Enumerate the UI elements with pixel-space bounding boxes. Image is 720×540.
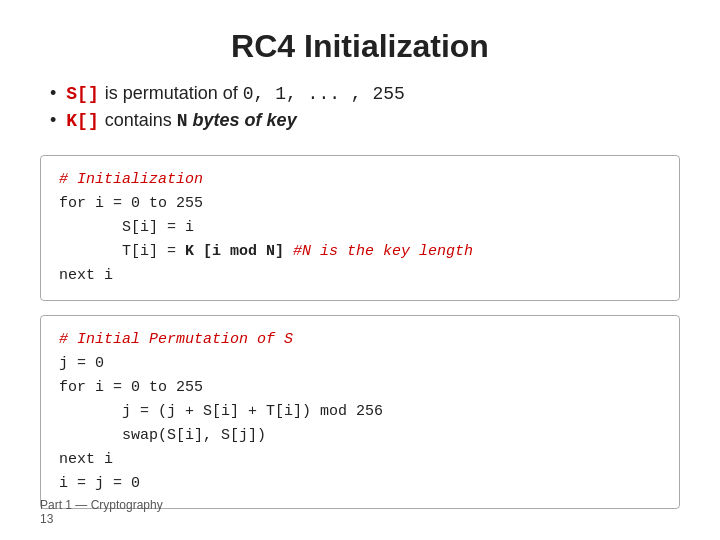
code-block-2-line-4: swap(S[i], S[j]) [59, 424, 661, 448]
code-block-1-line-2: S[i] = i [59, 216, 661, 240]
bullet-1-text: is permutation of 0, 1, ... , 255 [105, 83, 405, 104]
code-block-1-comment: # Initialization [59, 168, 661, 192]
code-block-2-line-1: j = 0 [59, 352, 661, 376]
code-block-2-comment: # Initial Permutation of S [59, 328, 661, 352]
bullet-dot-1: • [50, 83, 56, 104]
footer-line-2: 13 [40, 512, 163, 526]
bullet-2-text: contains N bytes of key [105, 110, 297, 131]
code-block-2-line-6: i = j = 0 [59, 472, 661, 496]
footer: Part 1 — Cryptography 13 [40, 498, 163, 526]
code-block-1-line-1: for i = 0 to 255 [59, 192, 661, 216]
code-block-2: # Initial Permutation of S j = 0 for i =… [40, 315, 680, 509]
bullet-2-keyword: K[] [66, 111, 98, 131]
bullet-item-1: • S[] is permutation of 0, 1, ... , 255 [50, 83, 680, 104]
bullet-dot-2: • [50, 110, 56, 131]
bullet-1-keyword: S[] [66, 84, 98, 104]
code-block-2-line-2: for i = 0 to 255 [59, 376, 661, 400]
code-block-1-line-3: T[i] = K [i mod N] #N is the key length [59, 240, 661, 264]
footer-line-1: Part 1 — Cryptography [40, 498, 163, 512]
bullet-list: • S[] is permutation of 0, 1, ... , 255 … [40, 83, 680, 137]
slide-title: RC4 Initialization [40, 28, 680, 65]
code-block-2-line-5: next i [59, 448, 661, 472]
bullet-item-2: • K[] contains N bytes of key [50, 110, 680, 131]
code-block-1: # Initialization for i = 0 to 255 S[i] =… [40, 155, 680, 301]
code-block-2-line-3: j = (j + S[i] + T[i]) mod 256 [59, 400, 661, 424]
code-block-1-line-4: next i [59, 264, 661, 288]
slide: RC4 Initialization • S[] is permutation … [0, 0, 720, 540]
